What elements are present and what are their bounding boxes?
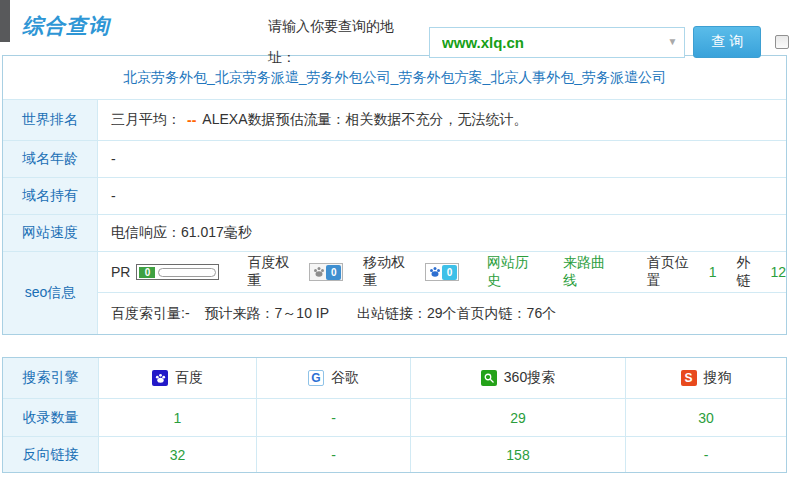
outlinks: 外链 12 <box>737 254 786 290</box>
engine-google: G 谷歌 <box>256 358 410 398</box>
mobile-weight-badge: 0 <box>425 263 459 281</box>
backlinks-row-label: 反向链接 <box>3 436 98 472</box>
indexed-google: - <box>256 398 410 436</box>
site-history-link[interactable]: 网站历史 <box>487 254 543 290</box>
engine-360: 360搜索 <box>410 358 625 398</box>
outbound-links: 出站链接：29个首页内链：76个 <box>357 305 556 323</box>
backlinks-google: - <box>256 436 410 472</box>
header-checkbox[interactable] <box>775 35 789 49</box>
table-row: 域名持有 - <box>3 177 786 214</box>
backlinks-sogou: - <box>625 436 786 472</box>
table-row: 世界排名 三月平均： -- ALEXA数据预估流量：相关数据不充分，无法统计。 <box>3 99 786 140</box>
pagerank: PR 0 <box>111 264 219 280</box>
engine-baidu: 百度 <box>98 358 256 398</box>
chevron-down-icon[interactable]: ▼ <box>668 36 678 47</box>
search-form: 请输入你要查询的地址： ▼ 查 询 <box>268 11 789 73</box>
indexed-row-label: 收录数量 <box>3 398 98 436</box>
indexed-baidu: 1 <box>98 398 256 436</box>
page-title: 综合查询 <box>22 12 110 40</box>
seo-line-1: PR 0 百度权重 0 移动权重 <box>98 252 786 292</box>
paw-icon <box>427 265 442 280</box>
indexed-sogou: 30 <box>625 398 786 436</box>
title-accent-bar <box>0 0 10 42</box>
site-info-table: 北京劳务外包_北京劳务派遣_劳务外包公司_劳务外包方案_北京人事外包_劳务派遣公… <box>2 55 787 335</box>
domain-holder-label: 域名持有 <box>3 178 98 214</box>
estimated-traffic: 预计来路：7～10 IP <box>205 305 329 323</box>
header: 综合查询 请输入你要查询的地址： ▼ 查 询 <box>0 0 789 55</box>
mobile-weight: 移动权重 0 <box>363 254 459 290</box>
traffic-curve-link[interactable]: 来路曲线 <box>563 254 619 290</box>
search-input-wrap: ▼ <box>429 27 685 58</box>
search-engines-table: 搜索引擎 百度 G 谷歌 360搜索 S 搜狗 收录数量 1 - 29 30 反… <box>2 357 787 473</box>
seo-label: seo信息 <box>3 252 98 334</box>
site-speed-value: 电信响应：61.017毫秒 <box>98 215 786 251</box>
sogou-icon: S <box>681 370 697 386</box>
search-input[interactable] <box>429 27 685 58</box>
pagerank-bar: 0 <box>136 264 219 280</box>
baidu-weight-badge: 0 <box>309 263 343 281</box>
domain-age-label: 域名年龄 <box>3 141 98 177</box>
search-label: 请输入你要查询的地址： <box>268 11 421 73</box>
backlinks-360: 158 <box>410 436 625 472</box>
baidu-icon <box>152 370 168 386</box>
seo-line-2: 百度索引量:- 预计来路：7～10 IP 出站链接：29个首页内链：76个 <box>98 292 786 334</box>
indexed-360: 29 <box>410 398 625 436</box>
domain-age-value: - <box>98 141 786 177</box>
360-search-icon <box>481 370 497 386</box>
world-rank-label: 世界排名 <box>3 100 98 140</box>
rank-dash: -- <box>187 112 196 128</box>
engines-row-label: 搜索引擎 <box>3 358 98 398</box>
world-rank-value: 三月平均： -- ALEXA数据预估流量：相关数据不充分，无法统计。 <box>98 100 786 140</box>
engine-sogou: S 搜狗 <box>625 358 786 398</box>
backlinks-baidu: 32 <box>98 436 256 472</box>
paw-icon <box>311 265 326 280</box>
query-button[interactable]: 查 询 <box>693 26 761 58</box>
baidu-weight: 百度权重 0 <box>247 254 343 290</box>
domain-holder-value: - <box>98 178 786 214</box>
seo-row: seo信息 PR 0 百度权重 0 <box>3 251 786 334</box>
table-row: 网站速度 电信响应：61.017毫秒 <box>3 214 786 251</box>
table-row: 域名年龄 - <box>3 140 786 177</box>
google-icon: G <box>308 370 324 386</box>
site-speed-label: 网站速度 <box>3 215 98 251</box>
homepage-position: 首页位置 1 <box>647 254 717 290</box>
baidu-index: 百度索引量:- <box>111 305 190 323</box>
pagerank-track <box>158 268 216 277</box>
